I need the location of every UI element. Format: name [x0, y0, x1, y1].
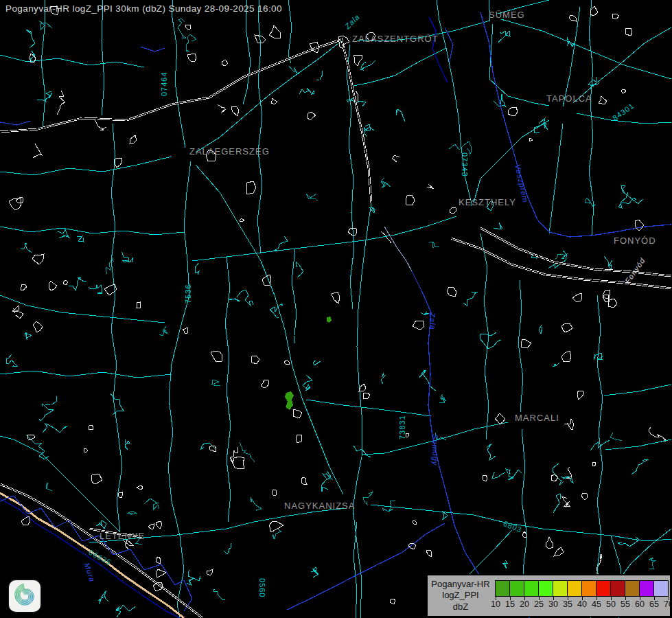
map-line — [57, 91, 65, 115]
map-line — [91, 474, 102, 483]
legend-tick-label: 65 — [649, 599, 659, 609]
map-line — [251, 356, 259, 364]
map-line — [357, 21, 490, 41]
map-line — [98, 591, 108, 604]
map-line — [569, 15, 576, 21]
map-line — [274, 236, 288, 251]
map-line — [148, 524, 154, 529]
map-line — [406, 433, 409, 437]
map-line — [187, 54, 196, 61]
map-line — [0, 295, 165, 323]
map-line — [159, 326, 167, 336]
map-line — [366, 32, 375, 40]
map-line — [301, 477, 307, 484]
map-line — [299, 88, 314, 95]
map-line — [553, 363, 559, 367]
map-line — [46, 483, 52, 490]
legend-color-cell — [610, 581, 625, 596]
legend-tick-label: 25 — [534, 599, 544, 609]
map-line — [546, 537, 553, 549]
map-line — [130, 135, 137, 144]
map-line — [118, 492, 122, 498]
app-logo[interactable] — [9, 580, 40, 612]
map-line — [573, 27, 671, 103]
legend-color-cell — [567, 581, 581, 596]
map-line — [237, 290, 253, 306]
map-line — [487, 199, 494, 211]
map-line — [186, 578, 194, 585]
map-line — [463, 292, 478, 306]
map-line — [483, 475, 487, 481]
map-line — [211, 351, 222, 362]
map-line — [111, 124, 122, 532]
map-line — [257, 0, 262, 253]
map-line — [392, 155, 399, 162]
map-line — [621, 89, 626, 93]
map-line — [0, 40, 341, 132]
map-line — [12, 306, 23, 319]
map-line — [240, 442, 254, 462]
map-line — [307, 112, 316, 120]
map-line — [269, 25, 280, 38]
map-line — [563, 7, 580, 106]
map-line — [58, 229, 69, 238]
map-line — [588, 77, 599, 86]
map-line — [233, 457, 244, 469]
product-title: Poganyvar-HR logZ_PPI 30km (dbZ) Sunday … — [5, 3, 282, 14]
map-line — [207, 569, 213, 575]
map-line — [33, 321, 43, 332]
map-line — [501, 19, 671, 79]
map-line — [554, 547, 564, 556]
legend-color-cell — [639, 581, 653, 596]
map-line — [296, 435, 302, 443]
map-line — [114, 158, 122, 168]
map-line — [21, 284, 27, 290]
map-line — [439, 394, 446, 402]
map-line — [354, 48, 446, 86]
map-line — [413, 520, 417, 525]
map-line — [21, 516, 30, 525]
map-line — [592, 462, 596, 466]
map-line — [332, 292, 340, 304]
map-line — [594, 353, 603, 360]
map-line — [625, 28, 632, 36]
radar-echo — [285, 391, 294, 410]
map-line — [341, 38, 371, 203]
legend-tick-label: 50 — [606, 599, 616, 609]
map-line — [311, 567, 318, 577]
map-line — [246, 181, 256, 194]
legend-colorbar — [495, 580, 669, 597]
map-line — [186, 34, 196, 52]
map-line — [632, 459, 649, 474]
map-line — [141, 47, 165, 52]
map-line — [353, 203, 371, 618]
map-line — [313, 360, 321, 365]
legend-tick-label: 20 — [520, 599, 529, 609]
minor-roads-layer — [6, 19, 666, 617]
map-line — [494, 94, 506, 107]
map-line — [0, 121, 31, 125]
map-line — [610, 433, 623, 441]
map-line — [123, 540, 133, 550]
map-line — [621, 185, 643, 204]
map-line — [635, 220, 644, 231]
map-line — [427, 184, 434, 189]
map-line — [581, 493, 587, 500]
map-line — [306, 194, 318, 201]
map-line — [196, 41, 341, 152]
legend-tick-label: 40 — [577, 599, 587, 609]
map-line — [121, 252, 133, 262]
map-line — [426, 550, 432, 557]
map-line — [84, 448, 88, 453]
map-line — [224, 543, 231, 554]
map-line — [564, 419, 574, 430]
map-line — [599, 96, 607, 104]
map-line — [585, 198, 596, 206]
map-line — [0, 371, 172, 378]
map-line — [89, 425, 93, 430]
map-line — [284, 360, 290, 365]
map-line — [185, 25, 190, 30]
spiral-logo-icon — [9, 580, 40, 612]
map-line — [506, 469, 522, 480]
map-line — [529, 138, 533, 141]
